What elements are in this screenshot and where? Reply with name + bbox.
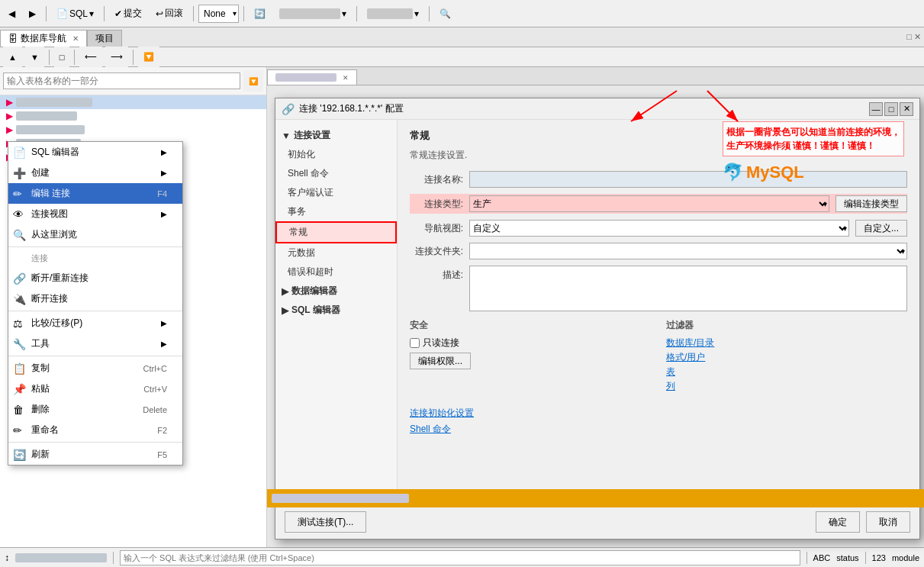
toolbar-search-btn[interactable]: 🔍 [434, 3, 456, 24]
conn-file-dropdown-wrap[interactable] [469, 243, 907, 259]
conn-file-select[interactable] [469, 243, 907, 259]
sql-editor-expand-icon: ▶ [282, 305, 288, 316]
dialog-minimize-btn[interactable]: — [869, 102, 883, 116]
conn-type-dropdown-wrap[interactable]: 生产 开发 测试 [469, 195, 829, 212]
menu-item-copy[interactable]: 📋 复制 Ctrl+C [8, 358, 182, 379]
tab-close-icon[interactable]: ✕ [72, 34, 79, 43]
nav-btn-3[interactable]: □ [54, 47, 70, 68]
menu-item-delete[interactable]: 🗑 删除 Delete [8, 399, 182, 420]
nav-btn-5[interactable]: ⟶ [105, 47, 128, 68]
test-conn-btn[interactable]: 测试连接(T)... [285, 511, 366, 533]
toolbar-rollback-btn[interactable]: ↩ 回滚 [150, 3, 188, 24]
paste-icon: 📌 [13, 383, 26, 395]
nav-item-init[interactable]: 初始化 [275, 145, 397, 164]
menu-item-sql-editor[interactable]: 📄 SQL 编辑器 ▶ [8, 142, 182, 163]
conn-type-select[interactable]: 生产 开发 测试 [469, 195, 829, 212]
reconnect-icon: 🔗 [13, 272, 26, 285]
sidebar-filter-btn[interactable]: 🔽 [243, 70, 263, 92]
rollback-icon: ↩ [156, 8, 163, 19]
menu-item-browse[interactable]: 🔍 从这里浏览 [8, 224, 182, 245]
nav-item-client-auth[interactable]: 客户端认证 [275, 183, 397, 202]
top-toolbar: ◀ ▶ 📄 SQL ▾ ✔ 提交 ↩ 回滚 None 🔄 ▾ ▾ 🔍 [0, 0, 924, 27]
dialog-title-text: 连接 '192.168.1.*.*.*' 配置 [299, 102, 404, 115]
menu-item-create[interactable]: ➕ 创建 ▶ [8, 163, 182, 183]
toolbar-sql-btn[interactable]: 📄 SQL ▾ [51, 3, 99, 24]
nav-filter-btn[interactable]: 🔽 [138, 47, 159, 68]
filter-label: 过滤器 [666, 319, 907, 332]
tree-item-server2[interactable]: ▶ [0, 109, 266, 123]
edit-permissions-btn[interactable]: 编辑权限... [410, 353, 471, 369]
filter-table-link[interactable]: 表 [666, 366, 907, 379]
nav-item-transaction[interactable]: 事务 [275, 202, 397, 221]
cancel-btn[interactable]: 取消 [866, 511, 910, 533]
sidebar-search-input[interactable] [3, 72, 240, 89]
toolbar-db-btn[interactable]: ▾ [362, 3, 424, 24]
none-select[interactable]: None [198, 5, 239, 23]
conn-name-input[interactable] [469, 171, 907, 188]
toolbar-back-btn[interactable]: ◀ [3, 3, 21, 24]
toolbar-commit-btn[interactable]: ✔ 提交 [109, 3, 147, 24]
right-tab-close-icon[interactable]: ✕ [343, 74, 349, 82]
nav-btn-2[interactable]: ▼ [25, 47, 44, 68]
nav-btn-4[interactable]: ⟵ [79, 47, 102, 68]
readonly-row: 只读连接 [410, 337, 651, 350]
ok-btn[interactable]: 确定 [816, 511, 860, 533]
main-tab-bar: 🗄 数据库导航 ✕ 项目 □ ✕ [0, 27, 924, 47]
dialog-close-btn[interactable]: ✕ [900, 102, 913, 116]
menu-item-tools[interactable]: 🔧 工具 ▶ [8, 333, 182, 354]
toolbar-settings-btn[interactable]: ▾ [274, 3, 352, 24]
readonly-checkbox[interactable] [410, 338, 420, 348]
toolbar-refresh-btn[interactable]: 🔄 [249, 3, 271, 24]
conn-init-link[interactable]: 连接初始化设置 [410, 407, 907, 420]
nav-view-custom-btn[interactable]: 自定义... [855, 220, 907, 237]
security-col: 安全 只读连接 编辑权限... [410, 319, 651, 395]
menu-item-rename[interactable]: ✏ 重命名 F2 [8, 420, 182, 440]
nav-view-row: 导航视图: 自定义 自定义... [410, 220, 907, 237]
delete-icon: 🗑 [13, 404, 24, 416]
nav-item-general[interactable]: 常规 [275, 221, 397, 243]
menu-item-paste[interactable]: 📌 粘贴 Ctrl+V [8, 379, 182, 399]
right-tab-active[interactable]: ✕ [267, 69, 357, 85]
desc-textarea[interactable] [469, 266, 907, 311]
toolbar-sep-5 [356, 6, 357, 21]
toolbar-sep-4 [243, 6, 244, 21]
menu-item-reconnect[interactable]: 🔗 断开/重新连接 [8, 268, 182, 288]
edit-conn-icon: ✏ [13, 188, 22, 200]
nav-item-shell[interactable]: Shell 命令 [275, 164, 397, 183]
menu-item-edit-conn[interactable]: ✏ 编辑 连接 F4 [8, 183, 182, 204]
sidebar-header: 🔽 [0, 67, 266, 95]
nav-group-data-editor[interactable]: ▶ 数据编辑器 [275, 282, 397, 301]
shell-cmd-link[interactable]: Shell 命令 [410, 423, 907, 436]
tab-db-nav[interactable]: 🗄 数据库导航 ✕ [0, 30, 87, 47]
status-sep-2 [806, 552, 807, 564]
sql-filter-input[interactable] [120, 550, 800, 565]
menu-item-refresh[interactable]: 🔄 刷新 F5 [8, 444, 182, 465]
tab-project[interactable]: 项目 [87, 30, 122, 47]
migrate-submenu-icon: ▶ [161, 319, 167, 327]
nav-item-errors[interactable]: 错误和超时 [275, 263, 397, 282]
filter-col-link[interactable]: 列 [666, 380, 907, 393]
toolbar-sep-3 [193, 6, 194, 21]
nav-group-conn-settings[interactable]: ▼ 连接设置 [275, 126, 397, 145]
tree-item-server1[interactable]: ▶ [0, 95, 266, 109]
nav-view-dropdown-wrap[interactable]: 自定义 [469, 220, 849, 237]
filter-format-link[interactable]: 格式/用户 [666, 351, 907, 364]
nav-btn-1[interactable]: ▲ [3, 47, 22, 68]
second-sep-3 [133, 50, 134, 65]
edit-conn-type-btn[interactable]: 编辑连接类型 [835, 195, 907, 212]
sql-editor-submenu-icon: ▶ [161, 148, 167, 156]
nav-view-select[interactable]: 自定义 [469, 220, 849, 237]
toolbar-fwd-btn[interactable]: ▶ [24, 3, 41, 24]
tree-item-server3[interactable]: ▶ [0, 123, 266, 137]
nav-group-sql-editor[interactable]: ▶ SQL 编辑器 [275, 301, 397, 320]
create-submenu-icon: ▶ [161, 169, 167, 177]
none-dropdown-wrap[interactable]: None [198, 5, 239, 23]
menu-item-migrate[interactable]: ⚖ 比较/迁移(P) ▶ [8, 313, 182, 333]
nav-item-metadata[interactable]: 元数据 [275, 243, 397, 263]
right-area: ✕ 🔗 连接 '192.168.1.*.*.*' 配置 — □ ✕ [267, 67, 924, 547]
menu-item-disconnect[interactable]: 🔌 断开连接 [8, 288, 182, 309]
readonly-label: 只读连接 [423, 337, 459, 350]
filter-db-link[interactable]: 数据库/目录 [666, 337, 907, 350]
menu-item-conn-view[interactable]: 👁 连接视图 ▶ [8, 204, 182, 224]
dialog-maximize-btn[interactable]: □ [884, 102, 898, 116]
